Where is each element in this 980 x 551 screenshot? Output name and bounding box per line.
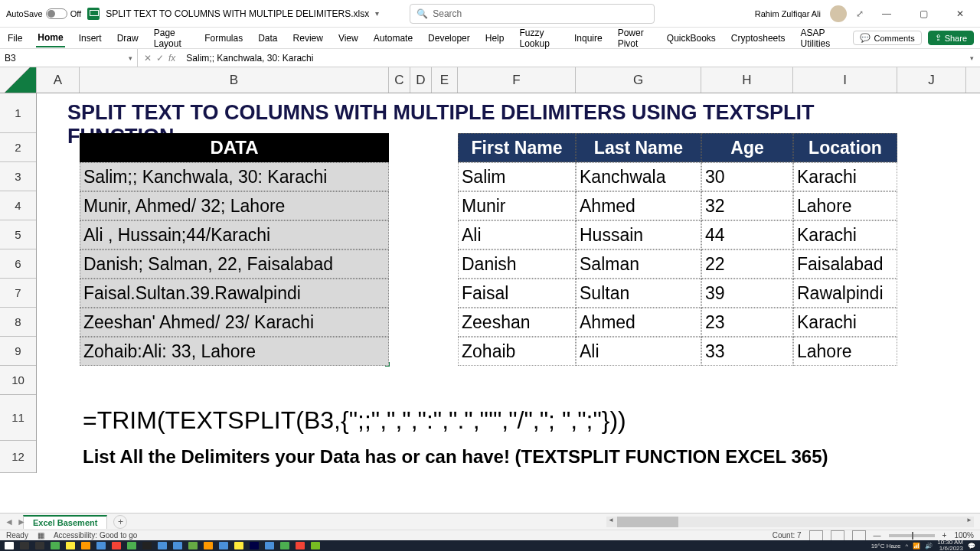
cancel-icon[interactable]: ✕ [144,53,152,64]
chevron-down-icon[interactable]: ▾ [375,9,379,18]
task-view-icon[interactable] [35,542,44,549]
search-taskbar-icon[interactable] [20,542,29,549]
row-header-6[interactable]: 6 [0,249,36,279]
app-icon[interactable] [142,542,152,549]
row-header-2[interactable]: 2 [0,133,36,162]
app-icon[interactable] [250,542,259,549]
app-icon[interactable] [296,542,305,549]
row-header-3[interactable]: 3 [0,162,36,191]
column-header-A[interactable]: A [37,67,80,93]
zoom-out-icon[interactable]: — [874,531,881,540]
app-icon[interactable] [280,542,289,549]
column-header-J[interactable]: J [897,67,966,93]
username[interactable]: Rahim Zulfiqar Ali [755,9,821,18]
column-header-E[interactable]: E [432,67,458,93]
column-header-G[interactable]: G [576,67,701,93]
name-box[interactable]: B3 ▾ [0,49,138,67]
autosave-toggle[interactable]: AutoSave Off [6,8,81,19]
row-header-12[interactable]: 12 [0,441,36,473]
horizontal-scrollbar[interactable] [606,517,974,527]
maximize-button[interactable]: ▢ [910,3,937,24]
search-input[interactable]: 🔍 Search [410,4,655,24]
app-icon[interactable] [265,542,274,549]
tab-formulas[interactable]: Formulas [203,30,244,47]
column-header-I[interactable]: I [793,67,897,93]
zoom-slider[interactable] [889,534,935,537]
tab-draw[interactable]: Draw [116,30,140,47]
app-icon[interactable] [81,542,90,549]
save-icon[interactable] [87,8,100,20]
page-layout-view-icon[interactable] [831,530,844,541]
minimize-button[interactable]: — [873,3,900,24]
cells-grid[interactable]: SPLIT TEXT TO COLUMNS WITH MULTIPLE DELI… [37,93,980,473]
tab-help[interactable]: Help [484,30,506,47]
page-break-view-icon[interactable] [852,530,866,541]
formula-input[interactable]: Salim;; Kanchwala, 30: Karachi [181,53,318,64]
chevron-down-icon[interactable]: ▾ [129,54,132,62]
notification-icon[interactable]: 💬 [968,543,975,549]
row-header-5[interactable]: 5 [0,220,36,249]
start-icon[interactable] [5,542,14,549]
tab-power-pivot[interactable]: Power Pivot [616,24,653,52]
enter-icon[interactable]: ✓ [156,53,164,64]
select-all-corner[interactable] [0,67,37,93]
tab-review[interactable]: Review [292,30,325,47]
app-icon[interactable] [112,542,121,549]
app-icon[interactable] [96,542,106,549]
column-header-F[interactable]: F [458,67,576,93]
expand-formula-icon[interactable]: ▾ [970,54,980,62]
share-button[interactable]: ⇪Share [928,31,974,45]
tray-chevron-icon[interactable]: ^ [905,543,908,549]
app-icon[interactable] [234,542,243,549]
date[interactable]: 1/6/2023 [937,546,963,551]
macro-icon[interactable]: ▦ [38,531,44,540]
row-header-4[interactable]: 4 [0,191,36,220]
column-header-D[interactable]: D [410,67,432,93]
column-header-H[interactable]: H [701,67,793,93]
tab-automate[interactable]: Automate [372,30,414,47]
tab-page-layout[interactable]: Page Layout [152,24,191,52]
wifi-icon[interactable]: 📶 [913,543,920,549]
row-header-8[interactable]: 8 [0,308,36,337]
tab-cryptosheets[interactable]: Cryptosheets [730,30,787,47]
tab-data[interactable]: Data [256,30,279,47]
fx-icon[interactable]: fx [168,53,175,64]
app-icon[interactable] [51,542,60,549]
excel-icon[interactable] [127,542,136,549]
app-icon[interactable] [219,542,228,549]
column-header-B[interactable]: B [80,67,389,93]
normal-view-icon[interactable] [809,530,823,541]
ribbon-mode-icon[interactable]: ⤢ [856,8,864,19]
tab-asap-utilities[interactable]: ASAP Utilities [799,24,841,52]
avatar[interactable] [830,5,847,22]
tab-quickbooks[interactable]: QuickBooks [665,30,717,47]
toggle-icon[interactable] [46,8,67,19]
tab-home[interactable]: Home [36,29,64,47]
tab-view[interactable]: View [337,30,360,47]
prev-sheet-icon[interactable]: ◄ [5,517,14,527]
tab-inquire[interactable]: Inquire [573,30,604,47]
tab-file[interactable]: File [6,30,24,47]
close-button[interactable]: ✕ [946,3,974,24]
next-sheet-icon[interactable]: ► [17,517,26,527]
add-sheet-button[interactable]: + [113,515,127,529]
accessibility-status[interactable]: Accessibility: Good to go [54,531,138,540]
tab-developer[interactable]: Developer [426,30,472,47]
row-header-11[interactable]: 11 [0,395,36,441]
app-icon[interactable] [66,542,75,549]
app-icon[interactable] [158,542,167,549]
app-icon[interactable] [311,542,320,549]
row-header-9[interactable]: 9 [0,337,36,366]
tab-fuzzy-lookup[interactable]: Fuzzy Lookup [518,24,560,52]
sheet-tab-active[interactable]: Excel Basement [23,515,107,529]
volume-icon[interactable]: 🔊 [925,543,933,549]
app-icon[interactable] [173,542,182,549]
row-header-10[interactable]: 10 [0,366,36,395]
app-icon[interactable] [204,542,213,549]
tab-insert[interactable]: Insert [77,30,103,47]
comments-button[interactable]: 💬Comments [853,31,921,45]
app-icon[interactable] [188,542,198,549]
row-header-7[interactable]: 7 [0,279,36,308]
row-header-1[interactable]: 1 [0,93,36,133]
column-header-C[interactable]: C [389,67,410,93]
